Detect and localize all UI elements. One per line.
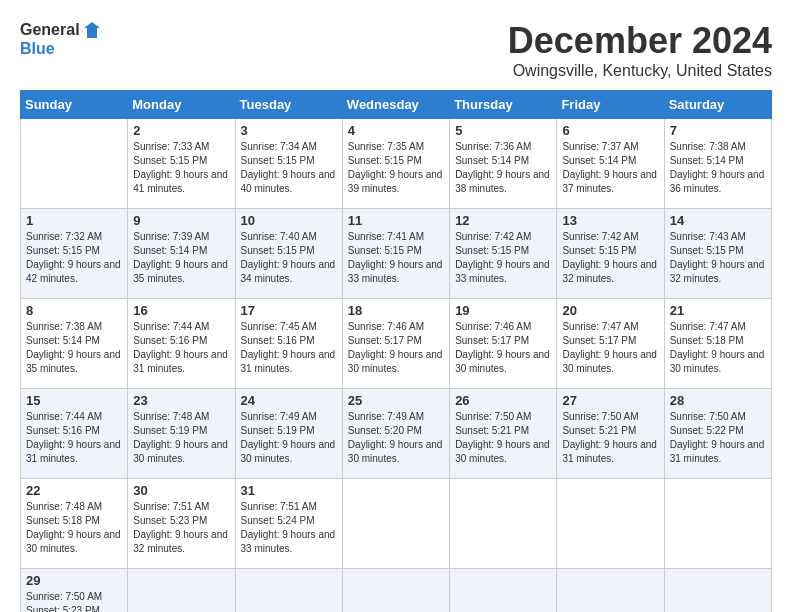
calendar-cell: 20 Sunrise: 7:47 AM Sunset: 5:17 PM Dayl… bbox=[557, 299, 664, 389]
calendar-week-row: 22 Sunrise: 7:48 AM Sunset: 5:18 PM Dayl… bbox=[21, 479, 772, 569]
sunset-label: Sunset: 5:15 PM bbox=[562, 245, 636, 256]
calendar-cell: 13 Sunrise: 7:42 AM Sunset: 5:15 PM Dayl… bbox=[557, 209, 664, 299]
daylight-label: Daylight: 9 hours and 38 minutes. bbox=[455, 169, 550, 194]
sunrise-label: Sunrise: 7:50 AM bbox=[562, 411, 638, 422]
calendar-cell: 11 Sunrise: 7:41 AM Sunset: 5:15 PM Dayl… bbox=[342, 209, 449, 299]
sunrise-label: Sunrise: 7:50 AM bbox=[455, 411, 531, 422]
calendar-week-row: 1 Sunrise: 7:32 AM Sunset: 5:15 PM Dayli… bbox=[21, 209, 772, 299]
day-info: Sunrise: 7:35 AM Sunset: 5:15 PM Dayligh… bbox=[348, 140, 444, 196]
day-number: 16 bbox=[133, 303, 229, 318]
sunset-label: Sunset: 5:14 PM bbox=[562, 155, 636, 166]
sunrise-label: Sunrise: 7:38 AM bbox=[670, 141, 746, 152]
calendar-cell: 24 Sunrise: 7:49 AM Sunset: 5:19 PM Dayl… bbox=[235, 389, 342, 479]
day-info: Sunrise: 7:47 AM Sunset: 5:17 PM Dayligh… bbox=[562, 320, 658, 376]
calendar-cell: 14 Sunrise: 7:43 AM Sunset: 5:15 PM Dayl… bbox=[664, 209, 771, 299]
calendar-week-row: 15 Sunrise: 7:44 AM Sunset: 5:16 PM Dayl… bbox=[21, 389, 772, 479]
header-tuesday: Tuesday bbox=[235, 91, 342, 119]
logo-general: General bbox=[20, 21, 80, 39]
day-info: Sunrise: 7:38 AM Sunset: 5:14 PM Dayligh… bbox=[26, 320, 122, 376]
day-number: 25 bbox=[348, 393, 444, 408]
day-number: 6 bbox=[562, 123, 658, 138]
logo-blue: Blue bbox=[20, 40, 102, 58]
day-number: 31 bbox=[241, 483, 337, 498]
daylight-label: Daylight: 9 hours and 31 minutes. bbox=[241, 349, 336, 374]
sunset-label: Sunset: 5:21 PM bbox=[455, 425, 529, 436]
sunrise-label: Sunrise: 7:50 AM bbox=[26, 591, 102, 602]
day-number: 17 bbox=[241, 303, 337, 318]
calendar-cell bbox=[342, 569, 449, 613]
daylight-label: Daylight: 9 hours and 37 minutes. bbox=[562, 169, 657, 194]
sunrise-label: Sunrise: 7:47 AM bbox=[670, 321, 746, 332]
day-info: Sunrise: 7:42 AM Sunset: 5:15 PM Dayligh… bbox=[562, 230, 658, 286]
day-info: Sunrise: 7:41 AM Sunset: 5:15 PM Dayligh… bbox=[348, 230, 444, 286]
daylight-label: Daylight: 9 hours and 42 minutes. bbox=[26, 259, 121, 284]
day-info: Sunrise: 7:49 AM Sunset: 5:20 PM Dayligh… bbox=[348, 410, 444, 466]
sunrise-label: Sunrise: 7:42 AM bbox=[455, 231, 531, 242]
daylight-label: Daylight: 9 hours and 32 minutes. bbox=[670, 259, 765, 284]
sunset-label: Sunset: 5:14 PM bbox=[133, 245, 207, 256]
sunset-label: Sunset: 5:15 PM bbox=[241, 155, 315, 166]
calendar-cell: 5 Sunrise: 7:36 AM Sunset: 5:14 PM Dayli… bbox=[450, 119, 557, 209]
day-info: Sunrise: 7:38 AM Sunset: 5:14 PM Dayligh… bbox=[670, 140, 766, 196]
sunrise-label: Sunrise: 7:32 AM bbox=[26, 231, 102, 242]
calendar-cell: 31 Sunrise: 7:51 AM Sunset: 5:24 PM Dayl… bbox=[235, 479, 342, 569]
calendar-cell: 16 Sunrise: 7:44 AM Sunset: 5:16 PM Dayl… bbox=[128, 299, 235, 389]
day-number: 10 bbox=[241, 213, 337, 228]
sunset-label: Sunset: 5:17 PM bbox=[455, 335, 529, 346]
calendar-cell: 27 Sunrise: 7:50 AM Sunset: 5:21 PM Dayl… bbox=[557, 389, 664, 479]
sunrise-label: Sunrise: 7:48 AM bbox=[133, 411, 209, 422]
calendar-table: Sunday Monday Tuesday Wednesday Thursday… bbox=[20, 90, 772, 612]
day-info: Sunrise: 7:43 AM Sunset: 5:15 PM Dayligh… bbox=[670, 230, 766, 286]
sunrise-label: Sunrise: 7:34 AM bbox=[241, 141, 317, 152]
day-number: 13 bbox=[562, 213, 658, 228]
sunset-label: Sunset: 5:17 PM bbox=[348, 335, 422, 346]
calendar-cell bbox=[235, 569, 342, 613]
page-header: General Blue December 2024 Owingsville, … bbox=[20, 20, 772, 80]
calendar-cell bbox=[450, 479, 557, 569]
sunrise-label: Sunrise: 7:51 AM bbox=[241, 501, 317, 512]
calendar-cell: 23 Sunrise: 7:48 AM Sunset: 5:19 PM Dayl… bbox=[128, 389, 235, 479]
calendar-cell bbox=[557, 569, 664, 613]
daylight-label: Daylight: 9 hours and 30 minutes. bbox=[348, 439, 443, 464]
day-number: 1 bbox=[26, 213, 122, 228]
daylight-label: Daylight: 9 hours and 30 minutes. bbox=[455, 349, 550, 374]
sunset-label: Sunset: 5:16 PM bbox=[241, 335, 315, 346]
sunrise-label: Sunrise: 7:42 AM bbox=[562, 231, 638, 242]
svg-marker-0 bbox=[84, 22, 100, 38]
calendar-cell: 3 Sunrise: 7:34 AM Sunset: 5:15 PM Dayli… bbox=[235, 119, 342, 209]
daylight-label: Daylight: 9 hours and 40 minutes. bbox=[241, 169, 336, 194]
sunrise-label: Sunrise: 7:50 AM bbox=[670, 411, 746, 422]
sunset-label: Sunset: 5:15 PM bbox=[26, 245, 100, 256]
day-info: Sunrise: 7:44 AM Sunset: 5:16 PM Dayligh… bbox=[133, 320, 229, 376]
sunrise-label: Sunrise: 7:49 AM bbox=[241, 411, 317, 422]
sunrise-label: Sunrise: 7:45 AM bbox=[241, 321, 317, 332]
daylight-label: Daylight: 9 hours and 30 minutes. bbox=[133, 439, 228, 464]
day-number: 5 bbox=[455, 123, 551, 138]
calendar-cell: 17 Sunrise: 7:45 AM Sunset: 5:16 PM Dayl… bbox=[235, 299, 342, 389]
sunset-label: Sunset: 5:15 PM bbox=[455, 245, 529, 256]
day-number: 27 bbox=[562, 393, 658, 408]
header-saturday: Saturday bbox=[664, 91, 771, 119]
sunset-label: Sunset: 5:15 PM bbox=[133, 155, 207, 166]
calendar-cell: 26 Sunrise: 7:50 AM Sunset: 5:21 PM Dayl… bbox=[450, 389, 557, 479]
sunrise-label: Sunrise: 7:33 AM bbox=[133, 141, 209, 152]
daylight-label: Daylight: 9 hours and 30 minutes. bbox=[26, 529, 121, 554]
sunset-label: Sunset: 5:15 PM bbox=[670, 245, 744, 256]
header-monday: Monday bbox=[128, 91, 235, 119]
daylight-label: Daylight: 9 hours and 30 minutes. bbox=[455, 439, 550, 464]
calendar-cell: 8 Sunrise: 7:38 AM Sunset: 5:14 PM Dayli… bbox=[21, 299, 128, 389]
sunset-label: Sunset: 5:14 PM bbox=[26, 335, 100, 346]
calendar-cell: 30 Sunrise: 7:51 AM Sunset: 5:23 PM Dayl… bbox=[128, 479, 235, 569]
calendar-cell: 2 Sunrise: 7:33 AM Sunset: 5:15 PM Dayli… bbox=[128, 119, 235, 209]
calendar-cell bbox=[450, 569, 557, 613]
calendar-cell: 25 Sunrise: 7:49 AM Sunset: 5:20 PM Dayl… bbox=[342, 389, 449, 479]
sunrise-label: Sunrise: 7:43 AM bbox=[670, 231, 746, 242]
day-number: 3 bbox=[241, 123, 337, 138]
day-info: Sunrise: 7:36 AM Sunset: 5:14 PM Dayligh… bbox=[455, 140, 551, 196]
calendar-cell bbox=[664, 479, 771, 569]
day-number: 22 bbox=[26, 483, 122, 498]
daylight-label: Daylight: 9 hours and 35 minutes. bbox=[133, 259, 228, 284]
calendar-cell: 15 Sunrise: 7:44 AM Sunset: 5:16 PM Dayl… bbox=[21, 389, 128, 479]
day-info: Sunrise: 7:47 AM Sunset: 5:18 PM Dayligh… bbox=[670, 320, 766, 376]
sunrise-label: Sunrise: 7:46 AM bbox=[455, 321, 531, 332]
